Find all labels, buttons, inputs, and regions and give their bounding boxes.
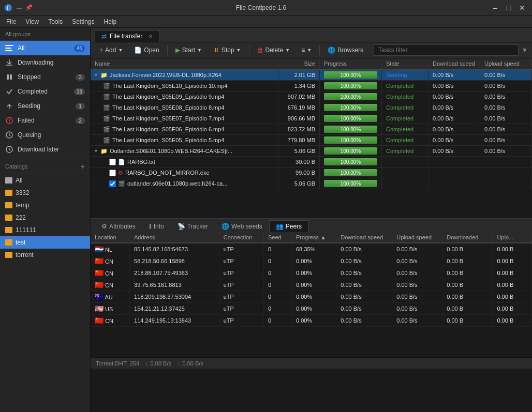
add-catalog-button[interactable]: + <box>81 162 85 171</box>
cell-size: 5.06 GB <box>278 146 320 157</box>
table-row[interactable]: 🎬The Last Kingdom_S05E06_Episódio 6.mp4 … <box>91 124 532 135</box>
table-row[interactable]: 🎬The Last Kingdom_S05E07_Episódio 7.mp4 … <box>91 113 532 124</box>
list-item[interactable]: 🇨🇳 CN 39.75.65.161:8813 uTP 0 0.00% 0.00… <box>91 279 532 291</box>
menu-help[interactable]: Help <box>100 17 121 26</box>
peer-progress: 68.35% <box>291 243 336 255</box>
sidebar-item-all[interactable]: All 45 <box>0 41 90 55</box>
sidebar-item-completed[interactable]: Completed 39 <box>0 84 90 99</box>
catalog-all-label: All <box>16 177 22 184</box>
browsers-label: Browsers <box>337 47 363 54</box>
list-item[interactable]: 🇺🇸 US 154.21.21.12:37425 uTP 0 0.00% 0.0… <box>91 303 532 315</box>
tasks-filter-input[interactable] <box>374 44 519 56</box>
app-icon: F <box>4 4 12 12</box>
table-row[interactable]: ▼📁Outlander.S06E01.1080p.WEB.H264-CAKES[… <box>91 146 532 157</box>
minimize-button[interactable]: – <box>490 2 501 13</box>
sidebar-item-completed-label: Completed <box>18 88 70 95</box>
peer-dl-speed: 0.00 B/s <box>336 255 392 267</box>
sidebar-item-download-later[interactable]: Download later <box>0 142 90 157</box>
table-row[interactable]: 🎬The Last Kingdom_S05E08_Episódio 8.mp4 … <box>91 102 532 113</box>
close-tab-button[interactable]: ✕ <box>149 34 153 39</box>
sidebar-item-all-label: All <box>18 44 70 52</box>
filter-dropdown-icon[interactable]: ▼ <box>522 47 528 54</box>
list-item[interactable]: 🇨🇳 CN 58.218.50.66:15898 uTP 0 0.00% 0.0… <box>91 255 532 267</box>
open-button[interactable]: 📄 Open <box>129 44 164 56</box>
list-item[interactable]: 🇳🇱 NL 85.145.82.168:54673 uTP 0 68.35% 0… <box>91 243 532 255</box>
more-dropdown-icon: ▼ <box>307 48 312 53</box>
file-checkbox[interactable] <box>109 159 116 165</box>
menu-tools[interactable]: Tools <box>44 17 67 26</box>
browsers-button[interactable]: 🌐 Browsers <box>323 44 368 56</box>
stop-button[interactable]: ⏸ Stop ▼ <box>209 44 246 56</box>
catalog-all[interactable]: All <box>0 174 90 187</box>
table-row[interactable]: 🎬The Last Kingdom_S05E10_Episódio 10.mp4… <box>91 81 532 91</box>
table-row[interactable]: 🎬The Last Kingdom_S05E05_Episódio 5.mp4 … <box>91 135 532 146</box>
close-button[interactable]: ✕ <box>516 2 528 13</box>
peer-connection: uTP <box>219 243 263 255</box>
expand-icon[interactable]: ▼ <box>94 72 98 78</box>
tab-tracker[interactable]: 📡 Tracker <box>171 220 215 232</box>
cell-size: 907.02 MB <box>278 91 320 102</box>
table-row[interactable]: ▼📁Jackass.Forever.2022.WEB-DL.1080p.X264… <box>91 69 532 81</box>
cell-dl-speed <box>428 157 480 167</box>
tab-file-transfer[interactable]: ⇄ File transfer ✕ <box>95 30 159 42</box>
add-button[interactable]: + Add ▼ <box>95 44 127 56</box>
catalog-temp-label: temp <box>16 202 29 209</box>
tab-info[interactable]: ℹ Info <box>142 220 171 232</box>
sidebar-item-seeding[interactable]: Seeding 1 <box>0 99 90 113</box>
cell-size: 906.66 MB <box>278 113 320 124</box>
catalog-222[interactable]: 222 <box>0 211 90 224</box>
cell-state: Completed <box>382 91 428 102</box>
menu-view[interactable]: View <box>21 17 43 26</box>
start-button[interactable]: ▶ Start ▼ <box>171 44 206 56</box>
dl-arrow-icon: ↓ <box>145 360 149 367</box>
table-row[interactable]: 🎬The Last Kingdom_S05E09_Episódio 9.mp4 … <box>91 91 532 102</box>
file-checkbox[interactable] <box>109 180 116 187</box>
peer-col-seed: Seed <box>264 232 292 243</box>
sidebar-item-failed[interactable]: Failed 2 <box>0 113 90 128</box>
table-row[interactable]: 🎬outlander.s06e01.1080p.web.h264-ca... 5… <box>91 178 532 189</box>
expand-icon[interactable]: ▼ <box>94 148 98 154</box>
sidebar-item-downloading[interactable]: Downloading <box>0 55 90 70</box>
tab-peers[interactable]: 👥 Peers <box>269 220 308 232</box>
catalog-111111[interactable]: 111111 <box>0 224 90 236</box>
tab-webseeds[interactable]: 🌐 Web seeds <box>215 220 269 232</box>
delete-button[interactable]: 🗑 Delete ▼ <box>253 44 295 56</box>
peers-icon: 👥 <box>276 223 284 230</box>
cell-ul-speed <box>480 178 532 189</box>
cell-name: 🎬The Last Kingdom_S05E05_Episódio 5.mp4 <box>91 135 278 146</box>
peer-progress: 0.00% <box>291 279 336 291</box>
peer-downloaded: 0.00 B <box>442 255 493 267</box>
table-row[interactable]: ⚙RARBG_DO_NOT_MIRROR.exe 99.00 B 100.00% <box>91 167 532 178</box>
cell-state: Seeding <box>382 69 428 81</box>
sidebar-item-stopped[interactable]: Stopped 3 <box>0 70 90 84</box>
svg-rect-4 <box>5 50 12 51</box>
catalog-3332[interactable]: 3332 <box>0 187 90 199</box>
more-button[interactable]: ≡ ▼ <box>297 44 316 56</box>
cell-state <box>382 157 428 167</box>
catalog-temp[interactable]: temp <box>0 199 90 211</box>
cell-size: 30.00 B <box>278 157 320 167</box>
menu-settings[interactable]: Settings <box>68 17 98 26</box>
tab-attributes[interactable]: ⚙ Attributes <box>95 220 142 232</box>
cell-progress: 100.00% <box>320 135 382 146</box>
list-item[interactable]: 🇨🇳 CN 114.249.195.13:13843 uTP 0 0.00% 0… <box>91 315 532 327</box>
file-checkbox[interactable] <box>109 170 116 176</box>
catalog-3332-label: 3332 <box>16 189 29 196</box>
dl-speed-status: ↓ 0.00 B/s <box>145 360 171 367</box>
downloading-icon <box>5 58 13 67</box>
menu-file[interactable]: File <box>2 17 20 26</box>
peer-uploaded: 0.00 B <box>493 279 532 291</box>
cell-progress: 100.00% <box>320 157 382 167</box>
cell-progress: 100.00% <box>320 146 382 157</box>
cell-ul-speed: 0.00 B/s <box>480 146 532 157</box>
catalog-torrent[interactable]: torrent <box>0 249 90 261</box>
table-row[interactable]: 📄RARBG.txt 30.00 B 100.00% <box>91 157 532 167</box>
col-name: Name <box>91 58 278 69</box>
maximize-button[interactable]: □ <box>503 2 514 13</box>
catalog-111111-label: 111111 <box>16 226 36 234</box>
list-item[interactable]: 🇨🇳 CN 218.88.107.75:49363 uTP 0 0.00% 0.… <box>91 267 532 279</box>
list-item[interactable]: 🇦🇺 AU 118.209.198.37:53004 uTP 0 0.00% 0… <box>91 291 532 303</box>
peer-connection: uTP <box>219 279 263 291</box>
catalog-test[interactable]: test <box>0 236 90 249</box>
sidebar-item-queuing[interactable]: Queuing <box>0 128 90 142</box>
